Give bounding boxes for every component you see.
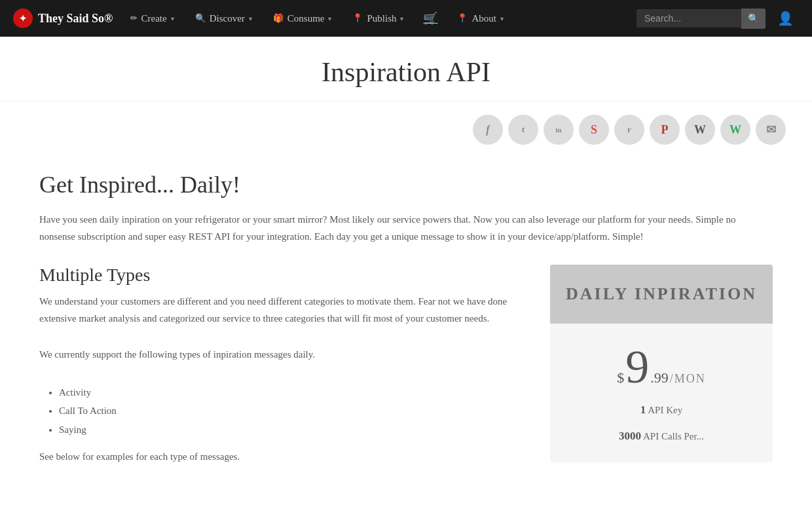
nav-item-cart: 🛒 xyxy=(414,0,447,37)
nav-item-create: ✏ Create ▾ xyxy=(120,0,185,37)
pricing-card-header: DAILY INPIRATION xyxy=(550,265,773,324)
nav-link-discover[interactable]: 🔍 Discover ▾ xyxy=(185,0,263,37)
nav-link-about[interactable]: 📍 About ▾ xyxy=(447,0,514,37)
list-item-saying: Saying xyxy=(59,421,524,440)
publish-caret-icon: ▾ xyxy=(400,15,403,22)
consume-caret-icon: ▾ xyxy=(328,15,331,22)
list-item-activity: Activity xyxy=(59,383,524,402)
section2-body2: We currently support the following types… xyxy=(39,346,524,364)
nav-link-cart[interactable]: 🛒 xyxy=(414,0,447,37)
list-item-call-to-action: Call To Action xyxy=(59,402,524,421)
navbar: ✦ They Said So® ✏ Create ▾ 🔍 Discover ▾ … xyxy=(0,0,812,37)
discover-icon: 🔍 xyxy=(195,13,206,24)
section2-body3: See below for examples for each type of … xyxy=(39,449,524,466)
section1-title: Get Inspired... Daily! xyxy=(39,171,773,198)
about-icon: 📍 xyxy=(457,13,468,24)
nav-item-publish: 📍 Publish ▾ xyxy=(342,0,414,37)
price-dollar-sign: $ xyxy=(617,369,624,386)
nav-label-create: Create xyxy=(141,13,167,24)
share-twitter[interactable]: t xyxy=(508,115,538,145)
pricing-feature-apicalls: 3000 API Calls Per... xyxy=(563,430,760,443)
nav-menu: ✏ Create ▾ 🔍 Discover ▾ 🎁 Consume ▾ 📍 Pu… xyxy=(120,0,637,37)
nav-link-create[interactable]: ✏ Create ▾ xyxy=(120,0,185,37)
brand-icon: ✦ xyxy=(13,9,33,28)
search-container: 🔍 xyxy=(637,9,766,29)
nav-item-discover: 🔍 Discover ▾ xyxy=(185,0,263,37)
consume-icon: 🎁 xyxy=(273,13,284,24)
types-list: Activity Call To Action Saying xyxy=(59,383,524,440)
cart-icon: 🛒 xyxy=(423,11,437,26)
share-whatsapp[interactable]: W xyxy=(720,115,750,145)
user-icon: 👤 xyxy=(777,10,794,26)
main-content: Get Inspired... Daily! Have you seen dai… xyxy=(0,158,812,512)
nav-link-consume[interactable]: 🎁 Consume ▾ xyxy=(263,0,342,37)
nav-link-publish[interactable]: 📍 Publish ▾ xyxy=(342,0,414,37)
about-caret-icon: ▾ xyxy=(500,15,504,22)
two-column-layout: Multiple Types We understand your custom… xyxy=(39,265,773,485)
price-display: $ 9 .99 /MON xyxy=(563,343,760,390)
page-title: Inspiration API xyxy=(13,56,799,88)
pricing-card: DAILY INPIRATION $ 9 .99 /MON 1 API Key … xyxy=(550,265,773,462)
page-title-section: Inspiration API xyxy=(0,37,812,102)
create-icon: ✏ xyxy=(130,13,138,24)
section2-body1: We understand your customers are differe… xyxy=(39,293,524,327)
pricing-card-body: $ 9 .99 /MON 1 API Key 3000 API Calls Pe… xyxy=(550,324,773,462)
pricing-column: DAILY INPIRATION $ 9 .99 /MON 1 API Key … xyxy=(550,265,773,485)
nav-label-consume: Consume xyxy=(287,13,325,24)
share-reddit[interactable]: r xyxy=(614,115,644,145)
nav-label-about: About xyxy=(471,13,496,24)
price-period: /MON xyxy=(670,372,706,386)
apicalls-count: 3000 xyxy=(619,430,641,442)
discover-caret-icon: ▾ xyxy=(249,15,252,22)
pricing-card-title: DAILY INPIRATION xyxy=(566,284,757,303)
brand-logo[interactable]: ✦ They Said So® xyxy=(13,9,113,28)
pricing-feature-apikey: 1 API Key xyxy=(563,403,760,417)
share-stumbleupon[interactable]: S xyxy=(579,115,609,145)
brand-icon-char: ✦ xyxy=(19,13,27,24)
create-caret-icon: ▾ xyxy=(171,15,174,22)
section2-title: Multiple Types xyxy=(39,265,524,286)
nav-item-about: 📍 About ▾ xyxy=(447,0,514,37)
nav-label-discover: Discover xyxy=(210,13,245,24)
price-cents: .99 xyxy=(650,369,669,386)
share-wordpress[interactable]: W xyxy=(685,115,715,145)
share-linkedin[interactable]: in xyxy=(544,115,574,145)
share-facebook[interactable]: f xyxy=(473,115,503,145)
nav-label-publish: Publish xyxy=(367,13,396,24)
user-icon-button[interactable]: 👤 xyxy=(772,0,799,37)
brand-name: They Said So® xyxy=(38,12,113,26)
publish-icon: 📍 xyxy=(352,13,363,24)
search-input[interactable] xyxy=(637,9,741,28)
content-column: Multiple Types We understand your custom… xyxy=(39,265,524,485)
apicalls-label: API Calls Per... xyxy=(643,431,704,441)
price-main-number: 9 xyxy=(625,343,649,390)
apikey-label: API Key xyxy=(648,405,682,415)
section1-body: Have you seen daily inpiration on your r… xyxy=(39,212,773,245)
share-bar: f t in S r P W W ✉ xyxy=(0,102,812,158)
nav-item-consume: 🎁 Consume ▾ xyxy=(263,0,342,37)
apikey-count: 1 xyxy=(640,403,646,416)
search-button[interactable]: 🔍 xyxy=(741,9,766,29)
share-email[interactable]: ✉ xyxy=(756,115,786,145)
share-pinterest[interactable]: P xyxy=(650,115,680,145)
